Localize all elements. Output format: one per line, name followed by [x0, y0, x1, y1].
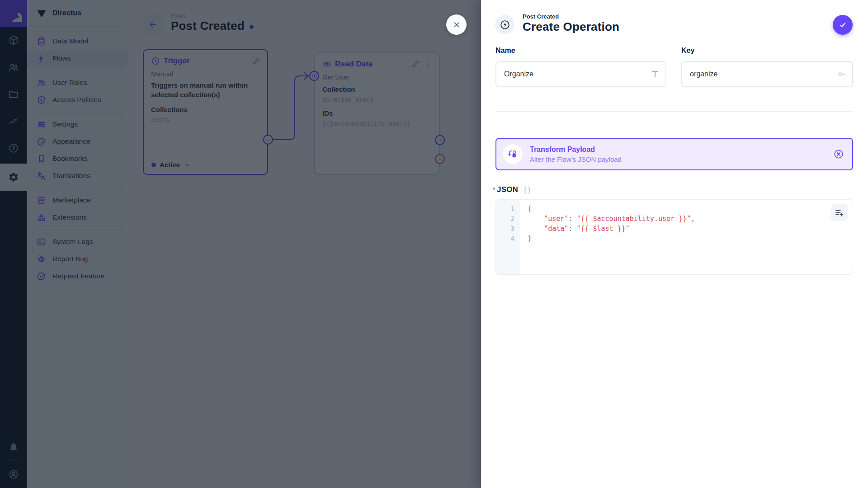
code-line: {: [528, 204, 853, 214]
line-number: 4: [496, 234, 514, 244]
drawer-breadcrumb: Post Created: [523, 13, 559, 20]
operation-type-subtitle: Alter the Flow's JSON payload: [530, 155, 826, 163]
name-field-group: Name: [495, 47, 666, 87]
code-line: "data": "{{ $last }}": [528, 224, 853, 234]
operation-type-text: Transform Payload Alter the Flow's JSON …: [530, 145, 826, 163]
line-number: 2: [496, 214, 514, 224]
key-field-group: Key: [681, 47, 853, 87]
editor-code[interactable]: { "user": "{{ $accountability.user }}", …: [519, 200, 853, 274]
close-drawer-button[interactable]: [446, 14, 467, 35]
drawer-title: Create Operation: [523, 20, 619, 34]
required-dot: [493, 188, 495, 190]
operation-type-title: Transform Payload: [530, 145, 826, 154]
insert-field-button[interactable]: [831, 204, 848, 221]
transform-payload-icon-circle: [503, 144, 523, 164]
title-format-icon: [650, 69, 660, 79]
name-field-label: Name: [495, 47, 666, 55]
key-input[interactable]: [681, 61, 853, 87]
json-field-label-row: JSON {}: [493, 185, 531, 194]
key-icon: [837, 69, 847, 79]
create-operation-drawer: Post Created Create Operation Name Key: [481, 0, 868, 488]
drawer-header-icon: [495, 15, 514, 34]
operation-bolt-icon: [500, 19, 510, 30]
playlist-add-icon: [835, 208, 844, 217]
transform-icon: [508, 149, 518, 159]
key-field-label: Key: [681, 47, 853, 55]
drawer-divider: [495, 111, 853, 112]
deselect-operation-icon[interactable]: [833, 149, 844, 160]
code-line: }: [528, 234, 853, 244]
curly-braces-icon[interactable]: {}: [523, 186, 531, 194]
operation-type-banner[interactable]: Transform Payload Alter the Flow's JSON …: [495, 138, 853, 170]
line-number: 1: [496, 204, 514, 214]
editor-gutter: 1234: [496, 200, 519, 274]
drawer-overlay[interactable]: [0, 0, 481, 488]
json-code-editor: 1234 { "user": "{{ $accountability.user …: [495, 199, 853, 275]
app-root: ? Directus Data ModelFlowsUser RolesAcce…: [0, 0, 868, 488]
check-icon: [838, 20, 847, 29]
name-input[interactable]: [495, 61, 666, 87]
code-line: "user": "{{ $accountability.user }}",: [528, 214, 853, 224]
json-field-label: JSON: [497, 185, 518, 194]
line-number: 3: [496, 224, 514, 234]
close-icon: [452, 20, 461, 29]
save-operation-button[interactable]: [833, 15, 853, 35]
